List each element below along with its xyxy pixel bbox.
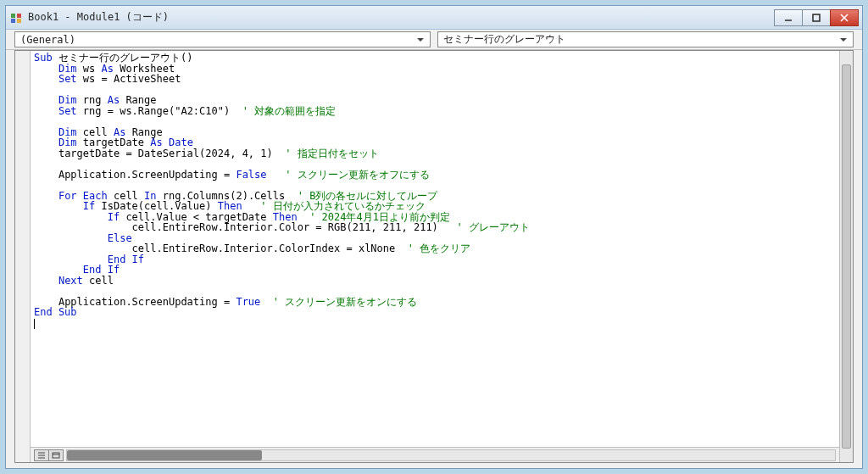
scrollbar-thumb[interactable] bbox=[67, 450, 262, 460]
titlebar[interactable]: Book1 - Module1 (コード) bbox=[6, 6, 862, 30]
procedure-dropdown[interactable]: セミナー行のグレーアウト bbox=[437, 31, 854, 47]
code-line[interactable]: cell.EntireRow.Interior.ColorIndex = xlN… bbox=[34, 243, 836, 254]
procedure-view-button[interactable] bbox=[34, 449, 49, 461]
horizontal-scrollbar[interactable] bbox=[66, 449, 836, 461]
module-icon bbox=[9, 11, 23, 25]
code-line[interactable]: Application.ScreenUpdating = True ' スクリー… bbox=[34, 297, 836, 308]
chevron-down-icon bbox=[415, 34, 426, 46]
close-button[interactable] bbox=[830, 9, 859, 26]
code-line[interactable]: End Sub bbox=[34, 307, 836, 318]
object-dropdown[interactable]: (General) bbox=[14, 31, 431, 47]
bottom-bar bbox=[31, 447, 839, 462]
code-line[interactable]: targetDate = DateSerial(2024, 4, 1) ' 指定… bbox=[34, 148, 836, 159]
code-line[interactable]: Set ws = ActiveSheet bbox=[34, 74, 836, 85]
vertical-scrollbar[interactable] bbox=[839, 51, 853, 462]
scrollbar-thumb[interactable] bbox=[842, 64, 851, 449]
margin-indicator-bar[interactable] bbox=[15, 51, 31, 462]
svg-rect-1 bbox=[17, 14, 21, 18]
svg-rect-3 bbox=[17, 19, 21, 23]
window-buttons bbox=[775, 9, 859, 26]
window-title: Book1 - Module1 (コード) bbox=[28, 10, 775, 25]
code-area: Sub セミナー行のグレーアウト() Dim ws As Worksheet S… bbox=[14, 50, 854, 463]
maximize-button[interactable] bbox=[802, 9, 831, 26]
code-line[interactable]: Next cell bbox=[34, 276, 836, 287]
code-line[interactable]: End If bbox=[34, 265, 836, 276]
code-line[interactable]: Application.ScreenUpdating = False ' スクリ… bbox=[34, 170, 836, 181]
procedure-dropdown-value: セミナー行のグレーアウト bbox=[443, 32, 565, 47]
svg-marker-9 bbox=[840, 38, 847, 42]
svg-rect-0 bbox=[11, 14, 15, 18]
code-line[interactable]: End If bbox=[34, 254, 836, 265]
svg-rect-13 bbox=[53, 453, 59, 458]
text-caret bbox=[34, 319, 35, 329]
full-module-view-button[interactable] bbox=[48, 449, 64, 461]
code-line[interactable]: Set rng = ws.Range("A2:C10") ' 対象の範囲を指定 bbox=[34, 106, 836, 117]
svg-rect-5 bbox=[813, 14, 820, 21]
declaration-bar: (General) セミナー行のグレーアウト bbox=[6, 30, 862, 50]
code-line[interactable]: cell.EntireRow.Interior.Color = RGB(211,… bbox=[34, 222, 836, 233]
svg-rect-2 bbox=[11, 19, 15, 23]
minimize-button[interactable] bbox=[774, 9, 803, 26]
object-dropdown-value: (General) bbox=[20, 34, 75, 46]
code-window: Book1 - Module1 (コード) (General) セミナー行のグレ… bbox=[5, 5, 863, 469]
svg-marker-8 bbox=[417, 38, 424, 42]
chevron-down-icon bbox=[837, 34, 849, 46]
code-editor[interactable]: Sub セミナー行のグレーアウト() Dim ws As Worksheet S… bbox=[31, 51, 839, 462]
